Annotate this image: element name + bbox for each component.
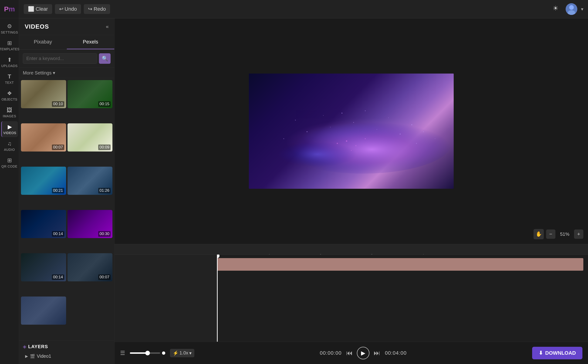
layer-label: Video1 xyxy=(37,353,51,359)
list-item[interactable]: 00:14 xyxy=(21,253,66,281)
timeline-ruler: 0s 1s 2s 3s 4s xyxy=(115,244,588,255)
svg-point-20 xyxy=(346,140,347,142)
canvas-controls: ✋ − 51% + xyxy=(534,229,583,239)
logo-text: Pm xyxy=(4,5,15,13)
settings-icon: ⚙ xyxy=(7,23,12,30)
videos-icon: ▶ xyxy=(8,124,12,130)
sidebar-item-templates[interactable]: ⊞ TEMPLATES xyxy=(1,38,18,53)
svg-point-7 xyxy=(341,113,342,114)
undo-icon: ↩ xyxy=(59,6,63,12)
skip-forward-button[interactable]: ⏭ xyxy=(374,349,380,357)
speed-control[interactable]: ⚡ 1.0x ▾ xyxy=(170,349,194,357)
current-time-display: 00:00:00 xyxy=(320,350,342,356)
brightness-icon[interactable]: ☀ xyxy=(553,4,562,14)
volume-control xyxy=(130,351,165,355)
collapse-panel-button[interactable]: « xyxy=(106,24,109,30)
search-button[interactable]: 🔍 xyxy=(99,53,111,64)
video-duration: 00:15 xyxy=(98,101,111,107)
list-item[interactable]: 00:21 xyxy=(21,167,66,195)
videos-panel: VIDEOS « Pixabay Pexels 🔍 More Settings … xyxy=(19,18,115,364)
volume-slider[interactable] xyxy=(130,352,160,354)
sidebar-item-uploads[interactable]: ⬆ UPLOADS xyxy=(1,54,18,70)
list-item[interactable]: 00:10 xyxy=(21,80,66,108)
play-button[interactable]: ▶ xyxy=(357,347,369,359)
timeline-body xyxy=(115,255,588,342)
play-icon: ▶ xyxy=(361,350,365,356)
video-grid: 00:10 00:15 00:07 00:09 00:21 01:26 00:1… xyxy=(19,78,114,340)
video-preview-bg xyxy=(249,73,454,189)
panel-tabs: Pixabay Pexels xyxy=(19,35,114,50)
speed-label: 1.0x xyxy=(179,350,188,356)
timeline-clip-video1[interactable] xyxy=(217,258,583,271)
more-settings-toggle[interactable]: More Settings ▾ xyxy=(19,68,114,78)
redo-icon: ↪ xyxy=(88,6,92,12)
list-item[interactable] xyxy=(21,297,66,325)
timeline-playhead[interactable] xyxy=(217,255,218,342)
redo-button[interactable]: ↪ Redo xyxy=(84,4,110,14)
skip-back-button[interactable]: ⏮ xyxy=(346,349,353,357)
search-area: 🔍 xyxy=(19,50,114,68)
list-item[interactable]: 00:15 xyxy=(67,80,113,108)
list-item[interactable]: 00:07 xyxy=(21,123,66,151)
timeline: 0s 1s 2s 3s 4s xyxy=(115,244,588,342)
layers-title: LAYERS xyxy=(28,344,48,349)
list-item[interactable]: 00:30 xyxy=(67,210,113,238)
svg-point-14 xyxy=(307,131,307,132)
tab-pexels[interactable]: Pexels xyxy=(67,35,115,49)
sidebar-item-settings[interactable]: ⚙ SETTINGS xyxy=(1,21,18,37)
templates-icon: ⊞ xyxy=(7,40,12,46)
list-item[interactable]: 00:09 xyxy=(67,123,113,151)
video-duration: 00:09 xyxy=(98,144,111,150)
timeline-left-panel xyxy=(115,255,217,342)
timeline-track-area[interactable] xyxy=(217,255,588,342)
svg-point-15 xyxy=(330,127,331,127)
undo-button[interactable]: ↩ Undo xyxy=(55,4,81,14)
chevron-down-icon: ▾ xyxy=(53,70,55,76)
uploads-icon: ⬆ xyxy=(7,57,12,63)
playback-controls: ⏮ ▶ ⏭ xyxy=(346,347,380,359)
clear-icon: ⬜ xyxy=(28,6,34,12)
canvas-view: ✋ − 51% + xyxy=(115,18,588,244)
layer-item-video1[interactable]: ▶ 🎬 Video1 xyxy=(23,352,111,361)
zoom-out-button[interactable]: − xyxy=(546,229,555,239)
canvas-preview[interactable] xyxy=(249,73,454,189)
sidebar-item-objects[interactable]: ❖ OBJECTS xyxy=(1,88,18,104)
avatar-dropdown-icon[interactable]: ▾ xyxy=(581,6,583,12)
zoom-level: 51% xyxy=(558,232,572,237)
video-duration: 00:07 xyxy=(98,274,111,280)
playhead-handle[interactable] xyxy=(217,255,220,258)
svg-point-11 xyxy=(423,131,424,132)
sidebar-item-videos[interactable]: ▶ VIDEOS xyxy=(1,121,18,137)
svg-point-13 xyxy=(283,138,284,139)
svg-point-22 xyxy=(337,143,338,144)
svg-point-24 xyxy=(351,150,352,151)
list-item[interactable]: 00:07 xyxy=(67,253,113,281)
sidebar-item-text[interactable]: T TEXT xyxy=(1,71,18,87)
expand-icon: ▶ xyxy=(25,354,28,358)
hand-tool-button[interactable]: ✋ xyxy=(534,229,544,239)
avatar[interactable] xyxy=(566,3,577,15)
svg-point-5 xyxy=(295,120,296,121)
svg-point-1 xyxy=(569,5,574,10)
download-button[interactable]: ⬇ DOWNLOAD xyxy=(532,347,582,359)
zoom-in-button[interactable]: + xyxy=(574,229,583,239)
canvas-area: ✋ − 51% + 0s 1s 2s 3s 4s xyxy=(115,18,588,364)
sidebar-item-qrcode[interactable]: ⊞ QR CODE xyxy=(1,155,18,171)
clear-button[interactable]: ⬜ Clear xyxy=(24,4,52,14)
layers-section: ◈ LAYERS ▶ 🎬 Video1 xyxy=(19,340,114,364)
svg-point-21 xyxy=(355,145,356,146)
video-layer-icon: 🎬 xyxy=(30,354,35,359)
video-duration: 00:30 xyxy=(98,231,111,237)
video-duration: 00:10 xyxy=(52,101,64,107)
search-input[interactable] xyxy=(23,53,97,64)
video-duration: 00:07 xyxy=(52,144,64,150)
text-icon: T xyxy=(8,73,11,80)
list-item[interactable]: 00:14 xyxy=(21,210,66,238)
tab-pixabay[interactable]: Pixabay xyxy=(19,35,67,49)
chevron-down-icon: ▾ xyxy=(189,350,192,356)
list-item[interactable]: 01:26 xyxy=(67,167,113,195)
menu-icon[interactable]: ☰ xyxy=(120,350,125,356)
sidebar-item-images[interactable]: 🖼 IMAGES xyxy=(1,104,18,120)
sidebar-item-audio[interactable]: ♫ AUDIO xyxy=(1,138,18,154)
svg-point-6 xyxy=(323,115,324,116)
